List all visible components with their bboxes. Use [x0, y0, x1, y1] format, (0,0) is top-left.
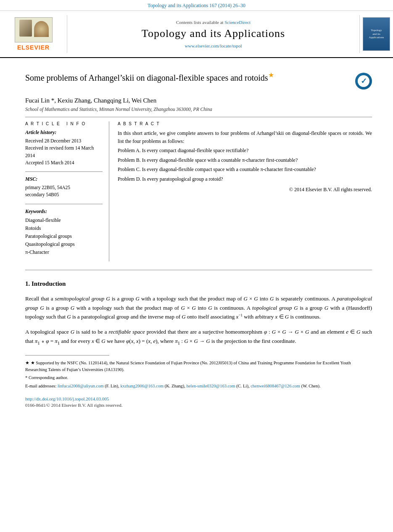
- abstract-copyright: © 2014 Elsevier B.V. All rights reserved…: [118, 187, 372, 193]
- contents-text: Contents lists available at: [176, 20, 224, 25]
- email-3-link[interactable]: helen-smile0320@163.com: [187, 384, 235, 388]
- journal-header-center: Contents lists available at ScienceDirec…: [67, 15, 359, 53]
- intro-para1: Recall that a semitopological group G is…: [25, 294, 372, 321]
- article-title: Some problems of Arhangel’skii on diagon…: [25, 71, 349, 84]
- science-direct-link[interactable]: ScienceDirect: [224, 20, 251, 25]
- journal-header-right: Topologyand itsApplications: [359, 15, 393, 53]
- crossmark-badge: ✓: [355, 73, 372, 90]
- paper-content: Some problems of Arhangel’skii on diagon…: [0, 58, 393, 416]
- received-date-2: Received in revised form 14 March 2014: [25, 145, 103, 159]
- star-footnote-marker: ★: [268, 71, 274, 79]
- info-divider-1: [25, 171, 103, 172]
- authors-text: Fucai Lin *, Kexiu Zhang, Changqing Li, …: [25, 97, 156, 104]
- doi-url[interactable]: http://dx.doi.org/10.1016/j.topol.2014.0…: [25, 396, 372, 401]
- footnote-divider: [25, 355, 109, 356]
- affiliation: School of Mathematics and Statistics, Mi…: [25, 107, 372, 112]
- msc-primary: primary 22B05, 54A25: [25, 184, 103, 191]
- email-2-name: (K. Zhang),: [165, 384, 185, 388]
- header-divider: [25, 117, 372, 117]
- abstract-prob-d: Problem D. Is every paratopological grou…: [118, 175, 372, 183]
- journal-header: ELSEVIER Contents lists available at Sci…: [0, 11, 393, 58]
- abstract-prob-b: Problem B. Is every diagonal-flexible sp…: [118, 156, 372, 164]
- keyword-5: π-Character: [25, 248, 103, 256]
- authors-line: Fucai Lin *, Kexiu Zhang, Changqing Li, …: [25, 97, 372, 104]
- elsevier-brand-text: ELSEVIER: [17, 44, 50, 51]
- footnote-star-marker: ★: [25, 361, 31, 365]
- keywords-block: Keywords: Diagonal-flexible Rotoids Para…: [25, 208, 103, 257]
- abstract-prob-c: Problem C. Is every diagonal-flexible co…: [118, 166, 372, 174]
- keyword-2: Rotoids: [25, 224, 103, 232]
- intro-section-title: 1. Introduction: [25, 280, 372, 287]
- email-label: E-mail addresses:: [25, 384, 56, 388]
- article-history-label: Article history:: [25, 129, 103, 136]
- email-4-name: (W. Chen).: [301, 384, 321, 388]
- contents-line: Contents lists available at ScienceDirec…: [176, 20, 251, 25]
- doi-copyright: 0166-8641/© 2014 Elsevier B.V. All right…: [25, 403, 372, 408]
- keyword-1: Diagonal-flexible: [25, 216, 103, 224]
- journal-thumb-title: Topologyand itsApplications: [369, 29, 384, 39]
- abstract-para1: In this short article, we give complete …: [118, 129, 372, 145]
- email-1-link[interactable]: linfucai2008@aliyun.com: [58, 384, 104, 388]
- email-2-link[interactable]: kxzhang2006@163.com: [120, 384, 164, 388]
- journal-citation-bar: Topology and its Applications 167 (2014)…: [0, 0, 393, 11]
- msc-label: MSC:: [25, 176, 103, 182]
- article-history-block: Article history: Received 28 December 20…: [25, 129, 103, 166]
- journal-thumbnail: Topologyand itsApplications: [363, 17, 390, 51]
- email-4-link[interactable]: chenwei6808467@126.com: [251, 384, 300, 388]
- elsevier-logo: ELSEVIER: [15, 17, 53, 51]
- abstract-text: In this short article, we give complete …: [118, 129, 372, 183]
- keyword-4: Quasitopological groups: [25, 240, 103, 248]
- crossmark-inner: ✓: [358, 75, 369, 87]
- email-1-name: (F. Lin),: [105, 384, 119, 388]
- msc-block: MSC: primary 22B05, 54A25 secondary 54B0…: [25, 176, 103, 199]
- received-date-1: Received 28 December 2013: [25, 137, 103, 145]
- footnote-star: ★ ★ Supported by the NSFC (No. 11201414)…: [25, 360, 372, 373]
- footnote-emails: E-mail addresses: linfucai2008@aliyun.co…: [25, 383, 372, 390]
- intro-para2: A topological space G is said to be a re…: [25, 327, 372, 347]
- journal-header-left: ELSEVIER: [0, 15, 67, 53]
- msc-secondary: secondary 54B05: [25, 191, 103, 198]
- article-info-col: A R T I C L E I N F O Article history: R…: [25, 121, 109, 261]
- abstract-section-label: A B S T R A C T: [118, 121, 372, 126]
- info-divider-2: [25, 204, 103, 204]
- info-abstract-section: A R T I C L E I N F O Article history: R…: [25, 121, 372, 261]
- article-info-label: A R T I C L E I N F O: [25, 121, 103, 126]
- abstract-col: A B S T R A C T In this short article, w…: [118, 121, 372, 261]
- keyword-3: Paratopological groups: [25, 232, 103, 240]
- keywords-label: Keywords:: [25, 208, 103, 215]
- abstract-prob-a: Problem A. Is every compact diagonal-fle…: [118, 147, 372, 155]
- footnote-corr: * Corresponding author.: [25, 374, 372, 381]
- email-3-name: (C. Li),: [236, 384, 249, 388]
- journal-title-header: Topology and its Applications: [142, 27, 285, 40]
- journal-citation-text: Topology and its Applications 167 (2014)…: [148, 3, 245, 8]
- section-divider: [25, 270, 372, 270]
- journal-url[interactable]: www.elsevier.com/locate/topol: [185, 43, 242, 48]
- article-title-section: Some problems of Arhangel’skii on diagon…: [25, 66, 372, 90]
- elsevier-graphic-image: [15, 17, 53, 42]
- accepted-date: Accepted 15 March 2014: [25, 159, 103, 166]
